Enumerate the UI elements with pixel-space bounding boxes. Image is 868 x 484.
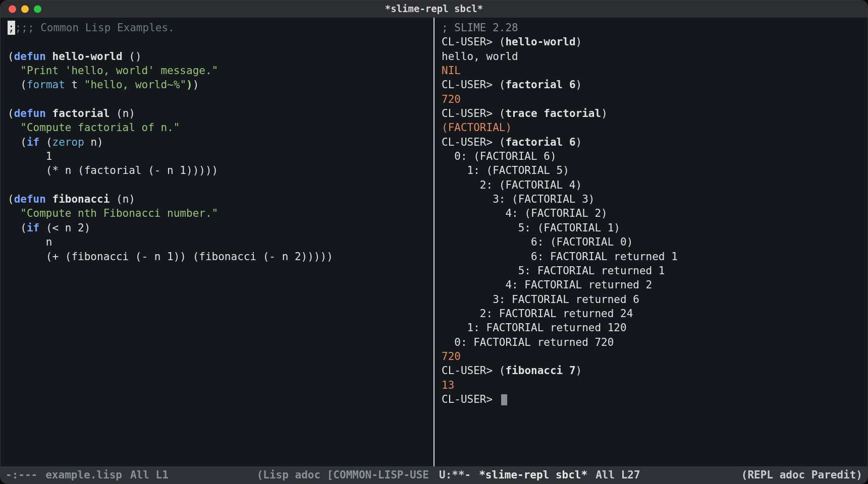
source-buffer[interactable]: ;;;; Common Lisp Examples. (defun hello-…: [1, 18, 435, 466]
repl-input: (trace factorial): [499, 107, 608, 119]
repl-prompt: CL-USER>: [442, 136, 493, 148]
fn-name-factorial: factorial: [52, 107, 110, 119]
repl-output-line: 0: (FACTORIAL 6): [442, 150, 557, 162]
point-cursor: ;: [8, 21, 15, 35]
zerop-arg: n: [84, 136, 97, 148]
fib-then: n: [46, 236, 52, 248]
repl-prompt: CL-USER>: [442, 393, 493, 405]
repl-output-line: 1: (FACTORIAL 5): [442, 164, 569, 176]
repl-output-line: 6: (FACTORIAL 0): [442, 236, 633, 248]
format-call: format: [27, 79, 65, 91]
repl-cursor: [501, 394, 507, 405]
zerop-call: zerop: [52, 136, 84, 148]
repl-input: (hello-world): [499, 36, 582, 48]
fib-pred: (< n 2): [46, 222, 91, 234]
repl-output-line: 5: (FACTORIAL 1): [442, 222, 620, 234]
repl-input: (factorial 6): [499, 136, 582, 148]
close-icon[interactable]: [9, 6, 16, 13]
fn-args-hello: (): [129, 50, 141, 63]
editor-panes: ;;;; Common Lisp Examples. (defun hello-…: [1, 18, 867, 466]
repl-output-line: 2: (FACTORIAL 4): [442, 179, 582, 191]
docstring-factorial: "Compute factorial of n.": [20, 122, 180, 134]
defun-keyword: defun: [14, 193, 46, 205]
fib-else: (+ (fibonacci (- n 1)) (fibonacci (- n 2…: [46, 251, 333, 263]
repl-result: 720: [442, 350, 461, 362]
slime-banner: ; SLIME 2.28: [442, 22, 518, 34]
defun-keyword: defun: [14, 107, 46, 119]
repl-output-line: 0: FACTORIAL returned 720: [442, 336, 614, 348]
fn-name-hello: hello-world: [52, 50, 123, 63]
repl-output-line: hello, world: [442, 50, 518, 63]
window-title: *slime-repl sbcl*: [1, 3, 867, 16]
fn-args-factorial: (n): [116, 107, 135, 119]
repl-output-line: 3: (FACTORIAL 3): [442, 193, 594, 205]
minimize-icon[interactable]: [21, 6, 29, 13]
repl-output-line: 2: FACTORIAL returned 24: [442, 308, 633, 320]
modelines: -:--- example.lisp All L1 (Lisp adoc [CO…: [1, 466, 867, 483]
emacs-window: *slime-repl sbcl* ;;;; Common Lisp Examp…: [0, 0, 868, 484]
repl-output-line: 6: FACTORIAL returned 1: [442, 251, 678, 263]
major-mode: (REPL adoc Paredit): [741, 468, 862, 482]
repl-result: (FACTORIAL): [442, 122, 512, 134]
else-branch: (* n (factorial (- n 1))))): [46, 164, 218, 176]
format-args: t: [65, 79, 84, 91]
repl-input: (factorial 6): [499, 79, 582, 91]
docstring-hello: "Print 'hello, world' message.": [20, 65, 218, 77]
repl-prompt: CL-USER>: [442, 365, 493, 377]
fn-args-fibonacci: (n): [116, 193, 135, 205]
then-branch: 1: [46, 150, 52, 162]
docstring-fibonacci: "Compute nth Fibonacci number.": [20, 207, 218, 219]
zoom-icon[interactable]: [34, 6, 41, 13]
repl-prompt: CL-USER>: [442, 79, 493, 91]
repl-prompt: CL-USER>: [442, 36, 493, 48]
repl-result: NIL: [442, 65, 461, 77]
buffer-status: U:**-: [439, 468, 471, 482]
repl-input: (fibonacci 7): [499, 365, 582, 377]
major-mode: (Lisp adoc [COMMON-LISP-USE: [257, 468, 429, 482]
traffic-lights: [9, 6, 41, 13]
file-comment: ;;; Common Lisp Examples.: [15, 22, 175, 34]
repl-output-line: 4: FACTORIAL returned 2: [442, 279, 652, 291]
if-keyword: if: [27, 136, 39, 148]
buffer-filename: example.lisp: [45, 468, 122, 482]
repl-buffer[interactable]: ; SLIME 2.28 CL-USER> (hello-world) hell…: [435, 18, 867, 466]
buffer-filename: *slime-repl sbcl*: [479, 468, 587, 482]
repl-output-line: 4: (FACTORIAL 2): [442, 207, 608, 219]
repl-output-line: 1: FACTORIAL returned 120: [442, 322, 627, 334]
repl-output-line: 5: FACTORIAL returned 1: [442, 265, 665, 277]
if-keyword: if: [27, 222, 39, 234]
window-titlebar: *slime-repl sbcl*: [1, 1, 867, 18]
repl-result: 720: [442, 93, 461, 105]
repl-result: 13: [442, 379, 454, 391]
format-string: "hello, world~%": [84, 79, 186, 91]
repl-output-line: 3: FACTORIAL returned 6: [442, 293, 639, 306]
buffer-position: All L1: [130, 468, 169, 482]
modeline-right[interactable]: U:**- *slime-repl sbcl* All L27 (REPL ad…: [434, 466, 867, 483]
buffer-position: All L27: [595, 468, 640, 482]
buffer-status: -:---: [6, 468, 37, 482]
repl-prompt: CL-USER>: [442, 107, 493, 119]
fn-name-fibonacci: fibonacci: [52, 193, 110, 205]
modeline-left[interactable]: -:--- example.lisp All L1 (Lisp adoc [CO…: [1, 466, 434, 483]
defun-keyword: defun: [14, 50, 46, 63]
